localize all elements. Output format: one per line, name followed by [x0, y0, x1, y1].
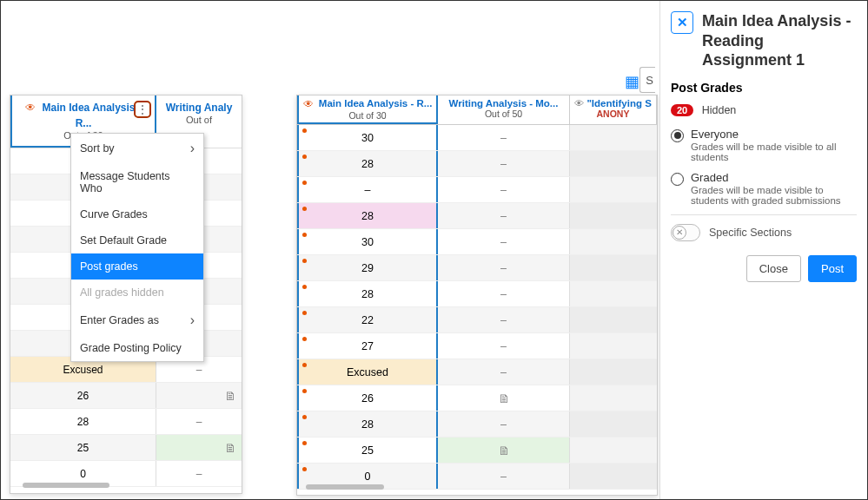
- table-row: 28–: [297, 411, 657, 438]
- grade-cell[interactable]: [570, 229, 657, 254]
- late-indicator-icon: [302, 128, 307, 133]
- grade-cell[interactable]: –: [438, 464, 570, 489]
- grade-cell[interactable]: 🗎: [156, 383, 242, 408]
- radio-graded-label: Graded: [691, 171, 857, 184]
- late-indicator-icon: [302, 467, 307, 471]
- table-row: 28–: [297, 203, 657, 229]
- center-col-1[interactable]: 👁 Main Idea Analysis - R... Out of 30: [297, 95, 438, 124]
- grade-cell[interactable]: –: [438, 307, 570, 332]
- table-row: 27–: [297, 333, 657, 359]
- col-subtitle-2: Out of: [162, 115, 236, 125]
- sidebar-section-heading: Post Grades: [671, 81, 857, 95]
- grade-cell[interactable]: 26: [297, 385, 438, 411]
- menu-item[interactable]: Set Default Grade: [71, 227, 203, 253]
- radio-everyone-label: Everyone: [691, 128, 857, 141]
- grade-cell[interactable]: 29: [297, 255, 438, 280]
- column-options-kebab[interactable]: ⋮: [134, 101, 151, 118]
- grade-cell[interactable]: –: [438, 151, 570, 176]
- radio-graded[interactable]: [671, 173, 684, 186]
- post-button[interactable]: Post: [808, 255, 857, 282]
- grade-cell[interactable]: –: [438, 411, 570, 437]
- grade-cell[interactable]: –: [156, 461, 242, 486]
- table-row: 28–: [10, 409, 242, 435]
- specific-sections-toggle[interactable]: ✕: [671, 224, 700, 241]
- grade-cell[interactable]: 26: [10, 383, 156, 408]
- grade-cell[interactable]: [570, 359, 657, 385]
- grade-cell[interactable]: –: [438, 203, 570, 228]
- hidden-eye-icon: 👁: [303, 98, 314, 110]
- search-button-partial[interactable]: S: [639, 67, 655, 93]
- grade-cell[interactable]: 28: [297, 203, 438, 228]
- table-row: 30–: [297, 229, 657, 255]
- center-col-3-title: "Identifying S: [586, 98, 651, 109]
- submission-icon: 🗎: [498, 444, 510, 457]
- grade-cell[interactable]: 🗎: [438, 385, 570, 411]
- table-row: 28–: [297, 281, 657, 307]
- close-sidebar-button[interactable]: ✕: [671, 11, 693, 34]
- table-row: 25🗎: [297, 438, 657, 464]
- specific-sections-label: Specific Sections: [709, 227, 792, 239]
- grade-cell[interactable]: [570, 203, 657, 228]
- grade-cell[interactable]: –: [438, 125, 570, 150]
- grade-cell[interactable]: [570, 333, 657, 359]
- grade-cell[interactable]: 28: [10, 409, 156, 434]
- table-row: ––: [297, 177, 657, 203]
- column-options-menu: Sort byMessage Students WhoCurve GradesS…: [70, 133, 204, 362]
- menu-item[interactable]: Grade Posting Policy: [71, 335, 203, 361]
- hidden-count-row: 20 Hidden: [671, 102, 857, 117]
- grade-cell[interactable]: –: [438, 281, 570, 306]
- grade-cell[interactable]: [570, 464, 657, 489]
- grade-cell[interactable]: 28: [297, 411, 438, 437]
- radio-everyone[interactable]: [671, 129, 684, 142]
- table-row: 26🗎: [297, 385, 657, 411]
- radio-graded-sub: Grades will be made visible to students …: [691, 185, 857, 206]
- grade-cell[interactable]: –: [438, 255, 570, 280]
- hidden-label: Hidden: [702, 104, 737, 116]
- menu-item[interactable]: Sort by: [71, 134, 203, 163]
- grade-cell[interactable]: 27: [297, 333, 438, 359]
- grade-cell[interactable]: –: [438, 333, 570, 359]
- grade-cell[interactable]: 🗎: [156, 435, 242, 460]
- center-col-2[interactable]: Writing Analysis - Mo... Out of 50: [438, 95, 570, 124]
- specific-sections-row[interactable]: ✕ Specific Sections: [671, 224, 857, 241]
- grade-cell[interactable]: 30: [297, 125, 438, 150]
- eye-off-icon: 👁: [574, 98, 584, 109]
- grade-cell[interactable]: –: [438, 229, 570, 254]
- grade-cell[interactable]: –: [156, 409, 242, 434]
- menu-item[interactable]: Post grades: [71, 253, 203, 280]
- grade-cell[interactable]: 28: [297, 281, 438, 306]
- menu-item[interactable]: Message Students Who: [71, 163, 203, 201]
- center-col-3[interactable]: 👁 "Identifying S ANONY: [570, 95, 657, 124]
- projector-icon[interactable]: ▦: [625, 72, 639, 91]
- grade-cell[interactable]: [570, 177, 657, 202]
- late-indicator-icon: [302, 311, 307, 315]
- grade-cell[interactable]: 22: [297, 307, 438, 332]
- grade-cell[interactable]: –: [438, 359, 570, 385]
- menu-item[interactable]: Curve Grades: [71, 201, 203, 227]
- radio-everyone-row[interactable]: Everyone Grades will be made visible to …: [671, 128, 857, 162]
- grade-cell[interactable]: –: [438, 177, 570, 202]
- grade-cell[interactable]: [570, 307, 657, 332]
- grade-cell[interactable]: 28: [297, 151, 438, 176]
- grade-cell[interactable]: –: [297, 177, 438, 202]
- menu-item[interactable]: Enter Grades as: [71, 306, 203, 335]
- close-button[interactable]: Close: [746, 255, 801, 282]
- hidden-count-badge: 20: [671, 104, 693, 116]
- grade-cell[interactable]: [570, 281, 657, 306]
- grade-cell[interactable]: [570, 151, 657, 176]
- left-scrollbar[interactable]: [23, 483, 109, 488]
- grade-cell[interactable]: 25: [297, 438, 438, 463]
- radio-graded-row[interactable]: Graded Grades will be made visible to st…: [671, 171, 857, 206]
- grade-cell[interactable]: 30: [297, 229, 438, 254]
- center-col-1-sub: Out of 30: [302, 110, 433, 121]
- grade-cell[interactable]: [570, 255, 657, 280]
- grade-cell[interactable]: [570, 385, 657, 411]
- grade-cell[interactable]: 25: [10, 435, 156, 460]
- grade-cell[interactable]: [570, 125, 657, 150]
- late-indicator-icon: [302, 233, 307, 237]
- grade-cell[interactable]: [570, 438, 657, 463]
- grade-cell[interactable]: Excused: [297, 359, 438, 385]
- center-scrollbar[interactable]: [306, 484, 384, 490]
- grade-cell[interactable]: [570, 411, 657, 437]
- grade-cell[interactable]: 🗎: [438, 438, 570, 463]
